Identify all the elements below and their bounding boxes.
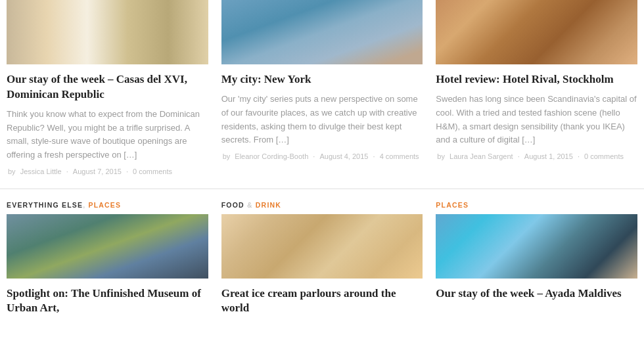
- dot-sep: ·: [518, 152, 522, 160]
- card-icecream-image: [221, 214, 423, 279]
- card-icecream: FOOD & DRINK Great ice cream parlours ar…: [221, 198, 423, 315]
- card-stockholm-title[interactable]: Hotel review: Hotel Rival, Stockholm: [436, 72, 637, 87]
- card-unfinished-tag: EVERYTHING ELSE, PLACES: [7, 198, 208, 209]
- card-maldives-title[interactable]: Our stay of the week – Ayada Maldives: [436, 286, 637, 301]
- dot-sep2: ·: [373, 152, 377, 160]
- by-label: by: [437, 152, 445, 160]
- card-unfinished-image: [7, 214, 208, 279]
- card-casas-title[interactable]: Our stay of the week – Casas del XVI, Do…: [7, 72, 208, 102]
- card-casas-meta: by Jessica Little · August 7, 2015 · 0 c…: [7, 168, 208, 175]
- card-unfinished: EVERYTHING ELSE, PLACES Spotlight on: Th…: [7, 198, 208, 315]
- bottom-article-row: EVERYTHING ELSE, PLACES Spotlight on: Th…: [0, 189, 644, 315]
- card-newyork-title[interactable]: My city: New York: [221, 72, 423, 87]
- author[interactable]: Laura Jean Sargent: [449, 152, 513, 160]
- card-newyork: My city: New York Our 'my city' series p…: [221, 0, 423, 175]
- card-unfinished-title[interactable]: Spotlight on: The Unfinished Museum of U…: [7, 286, 208, 315]
- comments[interactable]: 4 comments: [380, 152, 419, 160]
- card-maldives-tag: PLACES: [436, 198, 637, 209]
- by-label: by: [8, 168, 16, 175]
- tag-everything[interactable]: EVERYTHING ELSE: [7, 201, 83, 209]
- dot-sep2: ·: [126, 168, 130, 175]
- card-newyork-image: [221, 0, 423, 64]
- card-icecream-tag: FOOD & DRINK: [221, 198, 423, 209]
- card-casas-excerpt: Think you know what to expect from the D…: [7, 108, 208, 162]
- card-stockholm-excerpt: Sweden has long since been Scandinavia's…: [436, 93, 637, 147]
- card-stockholm: Hotel review: Hotel Rival, Stockholm Swe…: [436, 0, 637, 175]
- dot-sep2: ·: [578, 152, 582, 160]
- card-newyork-excerpt: Our 'my city' series puts a new perspect…: [221, 93, 423, 147]
- date: August 4, 2015: [319, 152, 368, 160]
- comments[interactable]: 0 comments: [133, 168, 172, 175]
- card-casas-image: [7, 0, 208, 64]
- card-icecream-title[interactable]: Great ice cream parlours around the worl…: [221, 286, 423, 315]
- by-label: by: [223, 152, 231, 160]
- date: August 1, 2015: [524, 152, 573, 160]
- card-casas: Our stay of the week – Casas del XVI, Do…: [7, 0, 208, 175]
- tag-drink[interactable]: DRINK: [256, 201, 281, 209]
- author[interactable]: Jessica Little: [20, 168, 62, 175]
- date: August 7, 2015: [73, 168, 122, 175]
- tag-places[interactable]: PLACES: [88, 201, 121, 209]
- dot-sep: ·: [313, 152, 317, 160]
- card-stockholm-image: [436, 0, 637, 64]
- author[interactable]: Eleanor Cording-Booth: [235, 152, 308, 160]
- top-article-row: Our stay of the week – Casas del XVI, Do…: [0, 0, 644, 189]
- comments[interactable]: 0 comments: [584, 152, 624, 160]
- amp-sep: &: [244, 201, 256, 209]
- dot-sep: ·: [66, 168, 70, 175]
- tag-places-maldives[interactable]: PLACES: [436, 201, 469, 209]
- card-maldives: PLACES Our stay of the week – Ayada Mald…: [436, 198, 637, 315]
- card-stockholm-meta: by Laura Jean Sargent · August 1, 2015 ·…: [436, 152, 637, 160]
- tag-food[interactable]: FOOD: [221, 201, 244, 209]
- card-maldives-image: [436, 214, 637, 279]
- card-newyork-meta: by Eleanor Cording-Booth · August 4, 201…: [221, 152, 423, 160]
